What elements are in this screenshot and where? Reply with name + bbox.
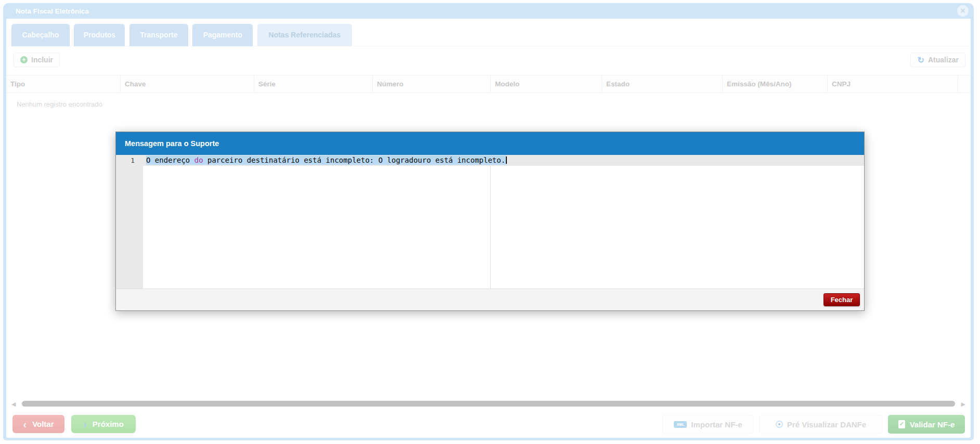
print-margin-ruler	[490, 155, 491, 289]
line-number: 1	[116, 155, 143, 166]
support-message-modal: Mensagem para o Suporte 1 O endereço do …	[115, 132, 865, 311]
selected-text: O endereço do parceiro destinatário está…	[146, 155, 507, 165]
line-number-gutter	[116, 155, 143, 289]
modal-title: Mensagem para o Suporte	[116, 139, 219, 148]
message-part2: parceiro destinatário está incompleto: O…	[203, 156, 506, 164]
message-keyword: do	[194, 156, 203, 164]
message-code-editor[interactable]: 1 O endereço do parceiro destinatário es…	[116, 155, 864, 289]
fechar-button[interactable]: Fechar	[824, 293, 860, 306]
modal-footer: Fechar	[116, 289, 864, 310]
modal-header: Mensagem para o Suporte	[116, 132, 864, 155]
text-cursor	[506, 156, 507, 164]
message-text-line[interactable]: O endereço do parceiro destinatário está…	[146, 155, 507, 166]
message-part1: O endereço	[146, 156, 194, 164]
